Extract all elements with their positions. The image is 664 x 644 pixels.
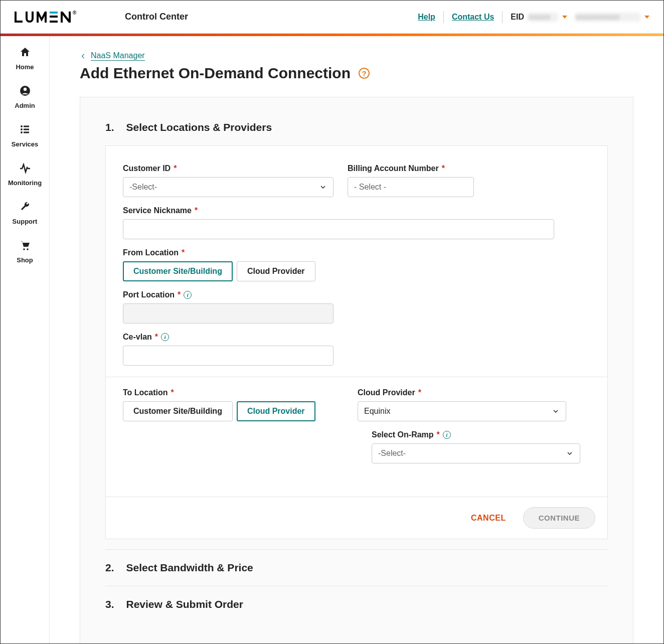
required-marker: * (171, 388, 174, 397)
customer-id-field: Customer ID * -Select- (123, 164, 334, 197)
account-name-redacted: xxxxxxxxxx (575, 13, 640, 22)
home-icon (19, 46, 31, 60)
spacer (123, 430, 358, 463)
sidebar-item-support[interactable]: Support (1, 201, 49, 225)
cancel-button[interactable]: CANCEL (471, 514, 506, 523)
svg-rect-0 (50, 12, 58, 14)
required-marker: * (437, 430, 440, 439)
main-content: NaaS Manager Add Ethernet On-Demand Conn… (50, 36, 663, 643)
wizard-panel: 1. Select Locations & Providers Customer… (80, 97, 633, 644)
svg-rect-2 (50, 21, 58, 23)
field-label: To Location * (123, 388, 344, 397)
on-ramp-field: Select On-Ramp * i -Select- (372, 430, 580, 463)
eid-label: EID (511, 13, 524, 22)
info-icon[interactable]: i (184, 291, 192, 299)
customer-id-select[interactable]: -Select- (123, 177, 334, 197)
user-icon (19, 85, 31, 99)
account-menu[interactable]: xxxxxxxxxx (575, 13, 649, 22)
svg-rect-9 (24, 129, 29, 130)
step-number: 3. (105, 598, 114, 610)
svg-point-8 (21, 128, 23, 130)
help-link[interactable]: Help (418, 13, 435, 22)
ce-vlan-field: Ce-vlan * i (123, 333, 334, 366)
field-label: Service Nickname * (123, 206, 554, 215)
step-number: 2. (105, 562, 114, 574)
field-label: Customer ID * (123, 164, 334, 173)
service-nickname-input[interactable] (123, 219, 554, 239)
top-bar: ® Control Center Help Contact Us EID xxx… (1, 1, 663, 34)
svg-rect-11 (24, 132, 29, 133)
info-icon[interactable]: i (443, 431, 451, 439)
cloud-provider-select[interactable]: Equinix (358, 401, 566, 421)
svg-point-5 (23, 88, 26, 91)
from-location-cloud-provider-button[interactable]: Cloud Provider (237, 261, 315, 281)
page-title: Add Ethernet On-Demand Connection (80, 65, 351, 82)
required-marker: * (442, 164, 445, 173)
sidebar-item-label: Home (16, 63, 34, 71)
cart-icon (19, 239, 31, 253)
sidebar: Home Admin Services Monitoring Support (1, 36, 50, 643)
sidebar-item-monitoring[interactable]: Monitoring (1, 162, 49, 187)
sidebar-item-services[interactable]: Services (1, 123, 49, 148)
sidebar-item-label: Admin (15, 102, 35, 109)
eid-value-redacted: xxxxx (528, 13, 558, 22)
sidebar-item-home[interactable]: Home (1, 46, 49, 71)
later-steps: 2. Select Bandwidth & Price 3. Review & … (105, 549, 608, 622)
brand-logo: ® (15, 11, 90, 24)
help-icon[interactable]: ? (359, 68, 370, 79)
chevron-down-icon (562, 16, 567, 19)
field-label: From Location * (123, 248, 315, 257)
to-location-toggle: Customer Site/Building Cloud Provider (123, 401, 344, 421)
on-ramp-select[interactable]: -Select- (372, 443, 580, 463)
field-label: Billing Account Number * (348, 164, 474, 173)
required-marker: * (418, 388, 421, 397)
sidebar-item-shop[interactable]: Shop (1, 239, 49, 264)
chevron-down-icon (644, 16, 649, 19)
form-footer: CANCEL CONTINUE (106, 497, 607, 539)
svg-point-12 (23, 248, 25, 250)
continue-button[interactable]: CONTINUE (523, 507, 595, 529)
breadcrumb-label: NaaS Manager (91, 51, 145, 61)
to-location-cloud-provider-button[interactable]: Cloud Provider (237, 401, 315, 421)
port-location-field: Port Location * i (123, 290, 334, 324)
wrench-icon (19, 201, 31, 215)
step-title: Review & Submit Order (126, 598, 243, 610)
sidebar-item-label: Services (12, 140, 39, 148)
port-location-input[interactable] (123, 303, 334, 324)
page-title-row: Add Ethernet On-Demand Connection ? (80, 65, 633, 82)
field-label: Port Location * i (123, 290, 334, 299)
separator (502, 11, 503, 23)
sidebar-item-label: Support (13, 218, 38, 225)
sidebar-item-admin[interactable]: Admin (1, 85, 49, 109)
step-title: Select Bandwidth & Price (126, 562, 253, 574)
service-nickname-field: Service Nickname * (123, 206, 554, 239)
step-3-header: 3. Review & Submit Order (105, 586, 608, 622)
contact-us-link[interactable]: Contact Us (452, 13, 494, 22)
topbar-right: Help Contact Us EID xxxxx xxxxxxxxxx (418, 11, 649, 23)
chevron-down-icon (552, 407, 560, 415)
from-location-field: From Location * Customer Site/Building C… (123, 248, 315, 281)
field-label: Cloud Provider * (358, 388, 566, 397)
to-location-field: To Location * Customer Site/Building Clo… (123, 388, 344, 421)
info-icon[interactable]: i (161, 333, 169, 341)
sidebar-item-label: Shop (17, 256, 33, 264)
chevron-down-icon (566, 449, 574, 457)
required-marker: * (182, 248, 185, 257)
billing-account-select[interactable]: - Select - (348, 177, 474, 197)
field-label: Ce-vlan * i (123, 333, 334, 342)
step-title: Select Locations & Providers (126, 121, 272, 133)
step-1-form-card: Customer ID * -Select- Billing Account N… (105, 145, 608, 539)
list-icon (19, 123, 31, 137)
svg-rect-1 (50, 16, 58, 18)
field-label: Select On-Ramp * i (372, 430, 580, 439)
section-divider (106, 377, 607, 377)
to-location-customer-site-button[interactable]: Customer Site/Building (123, 401, 233, 421)
separator (443, 11, 444, 23)
breadcrumb-back[interactable]: NaaS Manager (80, 51, 633, 61)
required-marker: * (174, 164, 177, 173)
eid-menu[interactable]: EID xxxxx (511, 13, 567, 22)
ce-vlan-input[interactable] (123, 346, 334, 366)
required-marker: * (195, 206, 198, 215)
activity-icon (19, 162, 31, 176)
from-location-customer-site-button[interactable]: Customer Site/Building (123, 261, 233, 281)
